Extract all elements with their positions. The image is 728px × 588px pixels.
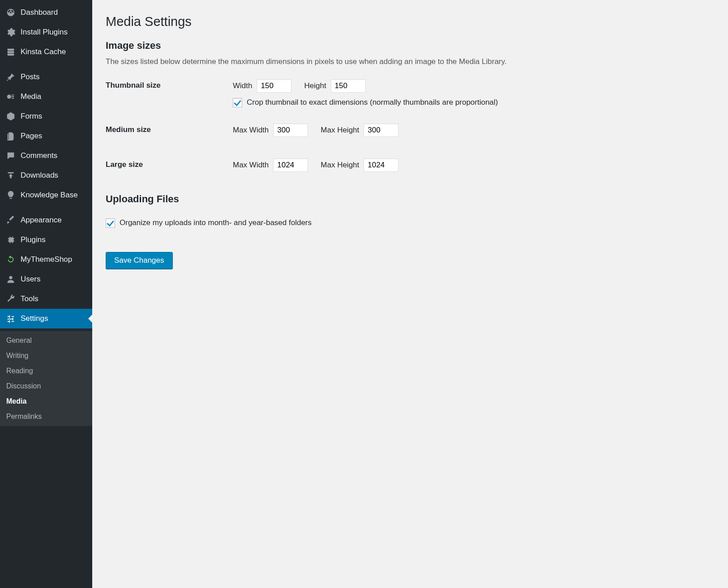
save-changes-button[interactable]: Save Changes: [106, 252, 173, 269]
sidebar-item-label: Plugins: [21, 235, 46, 245]
sidebar-item-label: Media: [21, 92, 41, 102]
svg-rect-0: [8, 49, 14, 51]
sidebar-item-label: Tools: [21, 294, 39, 304]
sidebar-item-label: Knowledge Base: [21, 190, 78, 200]
sidebar-item-pages[interactable]: Pages: [0, 126, 92, 146]
sidebar-item-comments[interactable]: Comments: [0, 146, 92, 166]
sidebar-item-forms[interactable]: Forms: [0, 107, 92, 126]
submenu-item-permalinks[interactable]: Permalinks: [0, 409, 92, 424]
crop-thumbnail-label: Crop thumbnail to exact dimensions (norm…: [247, 98, 498, 107]
thumbnail-width-input[interactable]: [257, 79, 291, 93]
image-sizes-heading: Image sizes: [106, 40, 715, 51]
large-maxw-input[interactable]: [273, 158, 308, 172]
medium-size-row: Medium size Max Width Max Height: [106, 124, 715, 142]
image-sizes-desc: The sizes listed below determine the max…: [106, 56, 715, 68]
refresh-icon: [5, 254, 16, 265]
thumbnail-height-input[interactable]: [331, 79, 366, 93]
sidebar-item-label: Pages: [21, 131, 42, 141]
large-row-label: Large size: [106, 158, 233, 169]
sidebar-item-label: Posts: [21, 72, 40, 82]
svg-rect-2: [8, 54, 14, 56]
uploading-files-heading: Uploading Files: [106, 193, 715, 205]
sidebar-item-users[interactable]: Users: [0, 269, 92, 289]
sidebar-item-downloads[interactable]: Downloads: [0, 166, 92, 185]
settings-submenu: General Writing Reading Discussion Media…: [0, 331, 92, 426]
sidebar-item-mythemeshop[interactable]: MyThemeShop: [0, 250, 92, 269]
admin-sidebar: Dashboard Install Plugins Kinsta Cache P…: [0, 0, 92, 588]
sidebar-item-kinsta-cache[interactable]: Kinsta Cache: [0, 42, 92, 62]
submenu-item-discussion[interactable]: Discussion: [0, 379, 92, 394]
svg-point-3: [7, 94, 11, 98]
sidebar-item-dashboard[interactable]: Dashboard: [0, 3, 92, 22]
sidebar-item-label: Settings: [21, 314, 48, 324]
media-icon: [5, 91, 16, 102]
pin-icon: [5, 72, 16, 82]
medium-row-label: Medium size: [106, 124, 233, 134]
sidebar-item-label: MyThemeShop: [21, 255, 72, 264]
sidebar-item-install-plugins[interactable]: Install Plugins: [0, 22, 92, 42]
sidebar-item-label: Install Plugins: [21, 27, 68, 37]
large-maxh-input[interactable]: [364, 158, 398, 172]
medium-maxw-input[interactable]: [273, 124, 308, 137]
sliders-icon: [5, 313, 16, 324]
sidebar-item-knowledge-base[interactable]: Knowledge Base: [0, 185, 92, 205]
thumbnail-width-label: Width: [233, 81, 252, 90]
sidebar-item-media[interactable]: Media: [0, 87, 92, 107]
large-size-row: Large size Max Width Max Height: [106, 158, 715, 177]
sidebar-item-label: Kinsta Cache: [21, 47, 66, 57]
submenu-item-writing[interactable]: Writing: [0, 348, 92, 363]
medium-maxh-input[interactable]: [364, 124, 398, 137]
thumbnail-size-row: Thumbnail size Width Height Crop thumbna…: [106, 79, 715, 107]
sidebar-item-label: Appearance: [21, 215, 62, 225]
sidebar-item-label: Downloads: [21, 170, 58, 180]
page-title: Media Settings: [106, 14, 715, 29]
sidebar-item-label: Dashboard: [21, 8, 58, 17]
sidebar-item-plugins[interactable]: Plugins: [0, 230, 92, 250]
gear-icon: [5, 27, 16, 38]
medium-maxw-label: Max Width: [233, 126, 269, 135]
sidebar-item-tools[interactable]: Tools: [0, 289, 92, 309]
submenu-item-reading[interactable]: Reading: [0, 363, 92, 379]
large-maxw-label: Max Width: [233, 161, 269, 170]
brush-icon: [5, 215, 16, 226]
user-icon: [5, 274, 16, 285]
svg-point-4: [9, 276, 12, 279]
sidebar-item-appearance[interactable]: Appearance: [0, 210, 92, 230]
sidebar-item-posts[interactable]: Posts: [0, 67, 92, 87]
sidebar-item-settings[interactable]: Settings: [0, 309, 92, 328]
comment-icon: [5, 150, 16, 161]
sidebar-item-label: Forms: [21, 111, 42, 121]
server-icon: [5, 47, 16, 57]
sidebar-item-label: Users: [21, 274, 40, 284]
plug-icon: [5, 234, 16, 245]
submenu-item-media[interactable]: Media: [0, 394, 92, 409]
organize-uploads-checkbox[interactable]: [106, 218, 115, 228]
thumbnail-height-label: Height: [304, 81, 326, 90]
thumbnail-row-label: Thumbnail size: [106, 79, 233, 90]
large-maxh-label: Max Height: [321, 161, 359, 170]
crop-thumbnail-checkbox[interactable]: [233, 98, 242, 107]
submenu-item-general[interactable]: General: [0, 333, 92, 348]
medium-maxh-label: Max Height: [321, 126, 359, 135]
organize-uploads-row: Organize my uploads into month- and year…: [106, 218, 715, 228]
pages-icon: [5, 131, 16, 141]
sidebar-item-label: Comments: [21, 151, 57, 161]
main-content: Media Settings Image sizes The sizes lis…: [92, 0, 728, 588]
wrench-icon: [5, 294, 16, 304]
gauge-icon: [5, 7, 16, 18]
organize-uploads-label: Organize my uploads into month- and year…: [120, 218, 312, 227]
form-icon: [5, 111, 16, 122]
download-icon: [5, 170, 16, 181]
svg-rect-1: [8, 51, 14, 53]
lightbulb-icon: [5, 190, 16, 200]
